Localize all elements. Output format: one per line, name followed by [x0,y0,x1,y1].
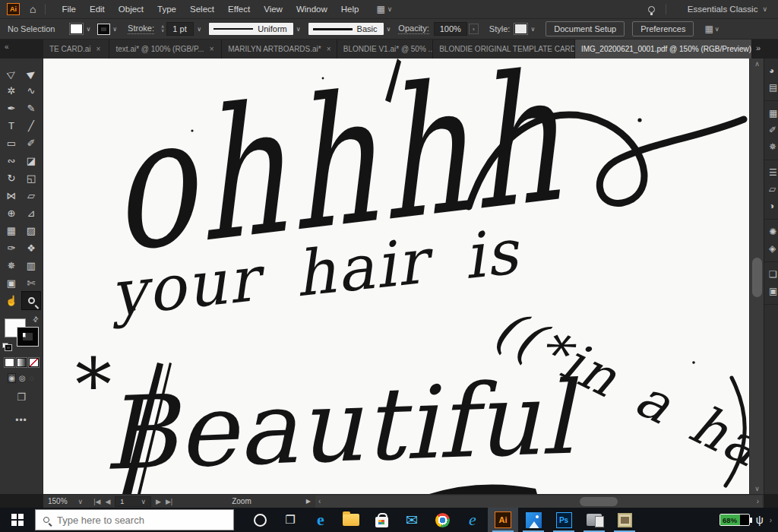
scroll-down-icon[interactable]: ∨ [750,485,764,492]
brush-definition-dropdown[interactable]: Basic [308,23,384,35]
hand-tool[interactable]: ☝ [2,292,21,309]
workspace-switcher[interactable]: Essentials Classic ∨ [688,5,767,14]
edit-toolbar-icon[interactable]: ••• [15,415,27,426]
vertical-scrollbar[interactable]: ∧ ∨ [749,59,764,494]
battery-indicator[interactable]: 68% [719,514,750,526]
appearance-panel-icon[interactable]: ✺ [764,223,778,240]
scroll-left-icon[interactable]: ‹ [318,497,321,505]
chevron-down-icon[interactable]: ∨ [387,26,391,33]
magic-wand-tool[interactable]: ✲ [2,82,21,100]
cortana-button[interactable] [245,508,275,532]
width-tool[interactable]: ⋈ [2,187,21,204]
toolbar-collapse-icon[interactable]: « [5,43,9,51]
layers-panel-icon[interactable]: ❏ [764,266,778,283]
perspective-grid-tool[interactable]: ⊿ [22,204,40,222]
document-tab-active[interactable]: IMG_20200621_0001.pdf @ 150% (RGB/Previe… [575,40,752,59]
brushes-panel-icon[interactable]: ✐ [764,122,778,138]
menu-window[interactable]: Window [289,5,334,14]
line-segment-tool[interactable]: ╱ [22,117,40,135]
paintbrush-tool[interactable]: ✐ [22,135,40,152]
opacity-label[interactable]: Opacity: [398,24,429,34]
curvature-tool[interactable]: ✎ [22,100,40,117]
rectangle-tool[interactable]: ▭ [2,135,21,152]
document-tab[interactable]: text.ai* @ 100% (RGB/P...× [109,40,222,59]
stroke-color-swatch[interactable] [98,24,109,34]
menu-type[interactable]: Type [150,5,183,14]
menu-edit[interactable]: Edit [83,5,112,14]
zoom-tool[interactable] [22,292,40,309]
file-explorer-button[interactable] [336,508,366,532]
align-options-icon[interactable]: ▦ [704,24,711,34]
slice-tool[interactable]: ✄ [22,274,40,292]
menu-view[interactable]: View [257,5,289,14]
lasso-tool[interactable]: ∿ [22,82,40,100]
transparency-panel-icon[interactable]: ▱ [764,181,778,198]
photoshop-button[interactable]: Ps [549,508,579,532]
document-tab[interactable]: TE CARD.ai× [43,40,109,59]
image-viewer-button[interactable] [609,508,640,532]
discover-lightbulb-icon[interactable] [648,6,655,13]
horizontal-scroll-thumb[interactable] [580,497,618,506]
menu-file[interactable]: File [55,5,83,14]
close-icon[interactable]: × [327,45,331,53]
symbol-sprayer-tool[interactable]: ✵ [2,257,21,274]
chevron-down-icon[interactable]: ∨ [86,26,90,33]
direct-selection-tool[interactable]: ▶ [22,65,40,82]
edge-button[interactable]: e [305,508,336,532]
photos-button[interactable] [518,508,549,532]
color-guide-panel-icon[interactable]: ▤ [764,79,778,96]
menu-help[interactable]: Help [334,5,366,14]
artboard-navigation-dropdown[interactable]: 1 ∨ [115,496,151,507]
gradient-mode-button[interactable] [17,358,27,367]
last-artboard-button[interactable]: ▶| [166,498,172,505]
document-tab[interactable]: MARILYN ARTBOARDS.ai*× [222,40,337,59]
tray-expand-icon[interactable]: › [770,516,772,524]
fill-color-swatch[interactable] [70,24,83,34]
stroke-swatch[interactable] [17,328,38,346]
chevron-down-icon[interactable]: ∨ [112,26,117,33]
store-button[interactable] [366,508,397,532]
variable-width-profile-dropdown[interactable]: Uniform [209,23,293,35]
stroke-weight-stepper[interactable]: ∧∨ [161,25,164,33]
scale-tool[interactable]: ◱ [22,169,40,187]
color-mode-button[interactable] [5,358,14,367]
symbols-panel-icon[interactable]: ✵ [764,138,778,155]
chrome-button[interactable] [427,508,457,532]
chevron-right-icon[interactable]: › [469,24,479,34]
draw-normal-mode-icon[interactable]: ◉ [8,374,15,382]
document-canvas[interactable]: ohhhh your hair is * Beautiful ((*in a h… [43,59,749,494]
previous-artboard-button[interactable]: ◀ [105,498,110,505]
status-options-icon[interactable]: ▶ [306,498,311,505]
gradient-panel-icon[interactable]: ◑ [764,198,778,214]
free-transform-tool[interactable]: ▱ [22,187,40,204]
close-icon[interactable]: × [96,45,100,53]
artboard-tool[interactable]: ▣ [2,274,21,292]
start-button[interactable] [0,508,35,532]
horizontal-scrollbar[interactable]: ‹ › [315,496,762,508]
mesh-tool[interactable]: ▦ [2,222,21,239]
scanner-app-button[interactable] [579,508,609,532]
shape-builder-tool[interactable]: ⊕ [2,204,21,222]
shaper-tool[interactable]: ∾ [2,152,21,169]
document-tab[interactable]: BLONDIE V1.ai* @ 50% ...× [337,40,433,59]
arrange-documents-button[interactable]: ▦ ∨ [376,4,392,14]
task-view-button[interactable]: ❐ [275,508,305,532]
menu-effect[interactable]: Effect [221,5,257,14]
close-icon[interactable]: × [210,45,214,53]
type-tool[interactable]: T [2,117,21,135]
change-screen-mode-icon[interactable]: ❐ [17,391,26,403]
swatches-panel-icon[interactable]: ▦ [764,105,778,122]
default-fill-stroke-icon[interactable] [2,343,11,350]
menu-select[interactable]: Select [183,5,221,14]
chevron-down-icon[interactable]: ∨ [197,26,201,33]
next-artboard-button[interactable]: ▶ [156,498,161,505]
chevron-down-icon[interactable]: ∨ [296,26,301,33]
preferences-button[interactable]: Preferences [632,21,694,36]
eraser-tool[interactable]: ◪ [22,152,40,169]
style-swatch[interactable] [514,24,527,34]
column-graph-tool[interactable]: ▥ [22,257,40,274]
blend-tool[interactable]: ❖ [22,239,40,257]
swap-fill-stroke-icon[interactable]: ⇄ [31,315,40,324]
vertical-scroll-thumb[interactable] [752,258,762,297]
mail-button[interactable]: ✉ [397,508,427,532]
